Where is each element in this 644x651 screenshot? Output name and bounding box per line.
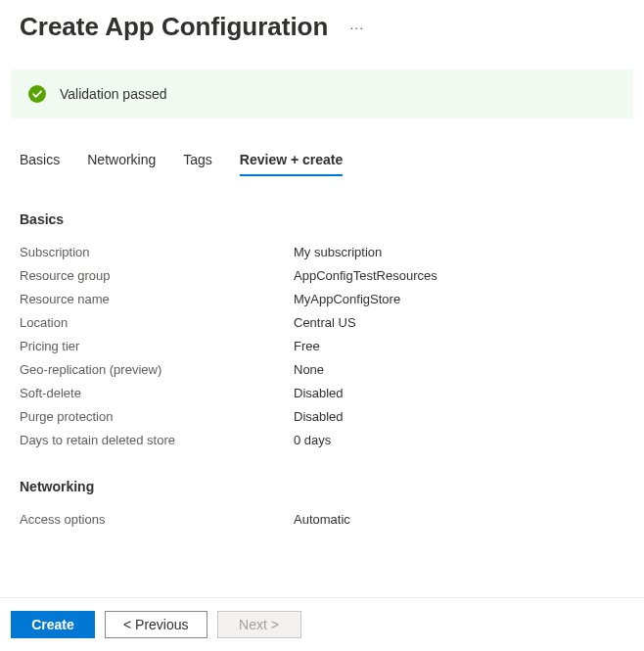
row-value: 0 days <box>294 433 331 447</box>
more-actions-icon[interactable]: ··· <box>349 20 364 35</box>
row-value: Free <box>294 339 320 353</box>
validation-banner: Validation passed <box>11 70 633 118</box>
row-location: Location Central US <box>20 315 624 330</box>
row-label: Pricing tier <box>20 339 294 353</box>
row-subscription: Subscription My subscription <box>20 245 624 259</box>
row-value: Disabled <box>294 386 344 400</box>
row-label: Access options <box>20 512 294 527</box>
section-heading-networking: Networking <box>20 479 624 494</box>
row-value: AppConfigTestResources <box>294 268 437 283</box>
section-heading-basics: Basics <box>20 211 624 227</box>
row-label: Resource group <box>20 268 294 283</box>
row-value: Disabled <box>294 409 344 424</box>
tabs: Basics Networking Tags Review + create <box>0 152 644 176</box>
tab-networking[interactable]: Networking <box>87 152 156 175</box>
row-access-options: Access options Automatic <box>20 512 624 527</box>
row-resource-name: Resource name MyAppConfigStore <box>20 292 624 306</box>
row-retention-days: Days to retain deleted store 0 days <box>20 433 624 447</box>
success-check-icon <box>28 85 46 103</box>
row-pricing-tier: Pricing tier Free <box>20 339 624 353</box>
row-label: Geo-replication (preview) <box>20 362 294 377</box>
row-value: Central US <box>294 315 356 330</box>
row-value: Automatic <box>294 512 350 527</box>
tab-review-create[interactable]: Review + create <box>240 152 343 175</box>
create-button[interactable]: Create <box>11 611 95 638</box>
validation-text: Validation passed <box>60 86 166 102</box>
row-label: Subscription <box>20 245 294 259</box>
tab-tags[interactable]: Tags <box>183 152 212 175</box>
tab-basics[interactable]: Basics <box>20 152 60 175</box>
row-resource-group: Resource group AppConfigTestResources <box>20 268 624 283</box>
svg-point-0 <box>28 85 46 103</box>
row-label: Days to retain deleted store <box>20 433 294 447</box>
row-label: Soft-delete <box>20 386 294 400</box>
page-title: Create App Configuration <box>20 12 328 42</box>
row-value: None <box>294 362 324 377</box>
row-label: Location <box>20 315 294 330</box>
previous-button[interactable]: < Previous <box>105 611 207 638</box>
row-soft-delete: Soft-delete Disabled <box>20 386 624 400</box>
footer: Create < Previous Next > <box>0 597 644 651</box>
row-value: MyAppConfigStore <box>294 292 400 306</box>
row-label: Resource name <box>20 292 294 306</box>
row-purge-protection: Purge protection Disabled <box>20 409 624 424</box>
row-label: Purge protection <box>20 409 294 424</box>
next-button: Next > <box>217 611 301 638</box>
row-geo-replication: Geo-replication (preview) None <box>20 362 624 377</box>
row-value: My subscription <box>294 245 382 259</box>
